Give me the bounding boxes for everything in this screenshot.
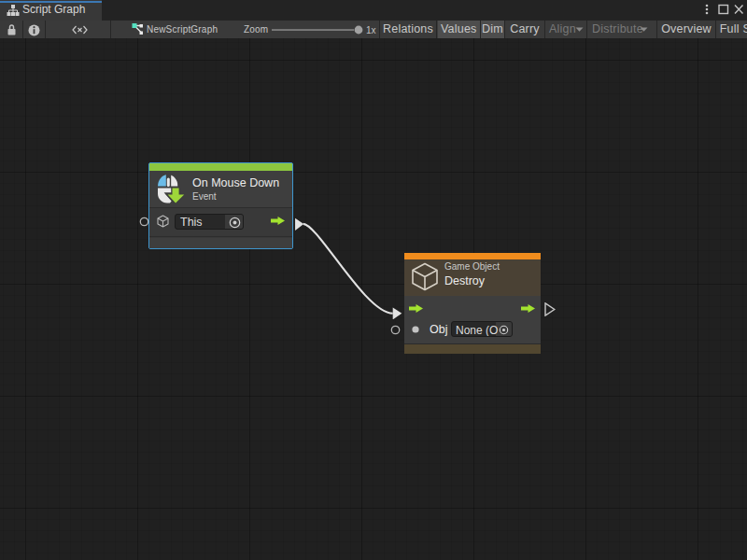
svg-text:1x: 1x [366, 25, 376, 35]
